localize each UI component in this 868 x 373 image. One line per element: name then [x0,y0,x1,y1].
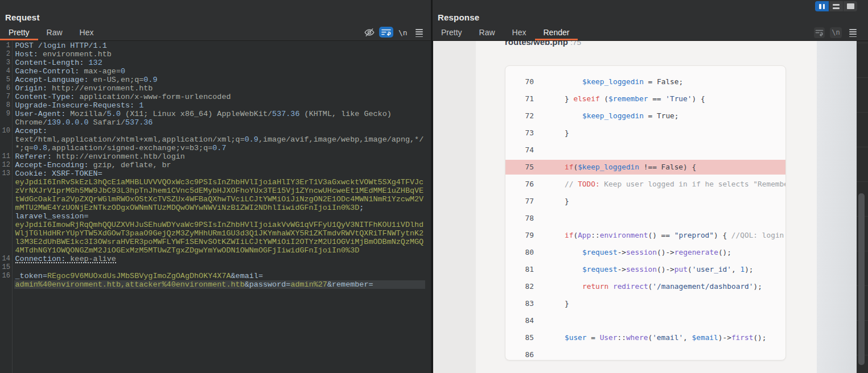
line-number: 1 [0,42,10,50]
code-line: 70$keep_loggedin = False; [505,73,785,90]
code-line: 83} [505,295,785,312]
line-text: Accept-Encoding: gzip, deflate, br [15,161,171,169]
code-line: 76// TODO: Keep user logged in if he sel… [505,176,785,193]
request-line: 13Cookie: XSRF-TOKEN= [0,169,431,178]
code-line-text: } [565,125,569,142]
request-line: 1POST /login HTTP/1.1 [0,42,431,50]
code-line: 82return redirect('/management/dashboard… [505,278,785,295]
code-line-text: } [565,295,569,312]
code-line-text: return redirect('/management/dashboard')… [565,278,762,295]
line-text: admin%40environment.htb,attacker%40envir… [15,280,373,289]
request-line: eyJpdiI6ImowRjRqQmhQQUZXVHJuSEhuWDYvaWc9… [0,221,431,229]
line-text: Content-Type: application/x-www-form-url… [15,93,231,101]
code-line: 81$request->session()->put('user_id', 1)… [505,261,785,278]
tab-raw[interactable]: Raw [471,26,504,40]
code-line-number: 86 [505,346,534,360]
line-text: Cache-Control: max-age=0 [15,67,126,76]
tab-pretty[interactable]: Pretty [433,26,471,40]
line-text: Host: environment.htb [15,50,112,59]
code-line-text: $request->session()->put('user_id', 1); [565,261,754,278]
line-text: text/html,application/xhtml+xml,applicat… [15,135,424,144]
request-line: 8Upgrade-Insecure-Requests: 1 [0,101,431,110]
request-editor[interactable]: 1POST /login HTTP/1.12Host: environment.… [0,41,431,373]
code-line-number: 70 [505,73,534,90]
columns-layout-button[interactable] [815,1,829,11]
code-line: 86 [505,346,785,360]
single-layout-button[interactable] [844,1,857,11]
request-line: l3M3E2dUhBWE1kc3I3OWsraHVER3poMWFLYWF1SE… [0,238,431,246]
code-line-number: 71 [505,90,534,107]
code-line-number: 79 [505,227,534,244]
request-line: 2Host: environment.htb [0,50,431,59]
request-line: 5Accept-Language: en-US,en;q=0.9 [0,76,431,84]
line-text: laravel_session= [15,212,89,221]
code-line-number: 83 [505,295,534,312]
line-text: Connection: keep-alive [15,255,116,263]
line-text: Chrome/139.0.0.0 Safari/537.36 [15,118,153,127]
tab-pretty[interactable]: Pretty [0,26,38,40]
line-text: Upgrade-Insecure-Requests: 1 [15,101,144,110]
line-number: 3 [0,59,10,67]
render-scrollbar-track[interactable] [857,41,868,373]
layout-toggle-group [815,1,857,11]
line-number: 13 [0,169,10,178]
request-line: 4MTdhNGY1OWQONGZmM2JiOGExMzM5MTUwZTgxZDg… [0,246,431,255]
tab-hex[interactable]: Hex [71,26,102,40]
request-line: laravel_session= [0,212,431,221]
request-panel-header: Request PrettyRawHex \n [0,0,431,41]
tab-hex[interactable]: Hex [504,26,535,40]
line-text: User-Agent: Mozilla/5.0 (X11; Linux x86_… [15,110,392,118]
request-line: zVrNXJrV1prMGh5MW9JbC93L3hpTnJhem1CVnc5d… [0,186,431,195]
response-title: Response [438,13,479,22]
code-line-text: if(App::environment() == "preprod") { //… [565,227,786,244]
code-line: 77} [505,193,785,210]
scroll-tick [857,77,868,78]
error-file-heading: routes/web.php :75 [505,41,581,47]
line-number: 4 [0,67,10,76]
code-line: 72$keep_loggedin = True; [505,107,785,125]
tab-raw[interactable]: Raw [38,26,71,40]
code-line-number: 74 [505,142,534,159]
code-line-number: 80 [505,244,534,261]
line-text: _token=REgoc9V6MUOxdUsJMbSBVygImoZgOAgDh… [15,272,264,280]
request-line: 14Connection: keep-alive [0,255,431,263]
render-page-left-margin [433,41,476,373]
response-render-view[interactable]: routes/web.php :75 70$keep_loggedin = Fa… [433,41,868,373]
render-page-right-margin [817,41,857,373]
render-scrollbar-thumb[interactable] [858,193,865,365]
code-line: 85$user = User::where('email', $email)->… [505,329,785,346]
line-text: Accept: [15,127,47,135]
code-line-text: $keep_loggedin = True; [565,107,679,125]
code-line-number: 82 [505,278,534,295]
request-line: text/html,application/xhtml+xml,applicat… [0,135,431,144]
word-wrap-toggle-response[interactable] [814,27,825,38]
newline-icon-response[interactable]: \n [830,27,842,38]
response-menu-icon[interactable] [849,29,857,39]
line-text: Content-Length: 132 [15,59,102,67]
tab-render[interactable]: Render [535,26,578,40]
line-text: WljTGlHdHRrYUpYTW5XdGOwT3paaO9GejQzM3ZyM… [15,229,424,238]
line-number: 2 [0,50,10,59]
line-text: Accept-Language: en-US,en;q=0.9 [15,76,158,84]
request-line: 4Cache-Control: max-age=0 [0,67,431,76]
line-text: Cookie: XSRF-TOKEN= [15,169,102,178]
code-line-text: if($keep_loggedin !== False) { [565,159,696,176]
code-line-number: 72 [505,107,534,125]
request-lines: 1POST /login HTTP/1.12Host: environment.… [0,42,431,289]
code-line-text: } elseif ($remember == 'True') { [565,90,705,107]
line-text: tWdGcOakIra2VpZXQrWGlmRWOxOStXcTVSZUx4WF… [15,195,424,204]
line-number: 16 [0,272,10,280]
line-number: 9 [0,110,10,118]
code-line: 78 [505,210,785,227]
newline-icon[interactable]: \n [398,28,408,37]
request-line: tWdGcOakIra2VpZXQrWGlmRWOxOStXcTVSZUx4WF… [0,195,431,204]
request-menu-icon[interactable] [416,29,423,39]
request-title: Request [5,13,40,22]
code-line-number: 76 [505,176,534,193]
request-line: eyJpdiI6InRvSkEzL3hQcE1aMHBLUVVVQOxWc3c9… [0,178,431,186]
code-line-highlighted: 75if($keep_loggedin !== False) { [505,159,785,176]
word-wrap-toggle[interactable] [379,27,393,38]
hide-nonprintable-icon[interactable] [364,27,375,40]
rows-layout-button[interactable] [829,1,843,11]
file-path: routes/web.php [505,41,568,47]
